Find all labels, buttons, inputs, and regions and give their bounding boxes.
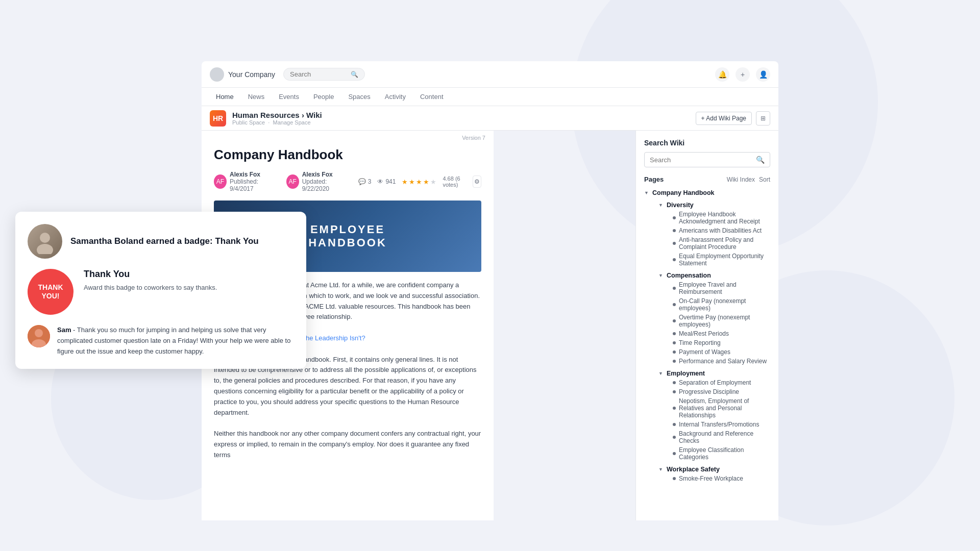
wiki-index-button[interactable]: Wiki Index — [727, 176, 755, 183]
user-avatar-icon[interactable]: 👤 — [756, 67, 770, 82]
wiki-search-title: Search Wiki — [644, 139, 770, 147]
bullet-icon — [673, 390, 676, 393]
caret-icon: ▼ — [644, 190, 650, 195]
sort-button[interactable]: Sort — [759, 176, 770, 183]
list-item[interactable]: Anti-harassment Policy and Complaint Pro… — [665, 235, 770, 252]
list-item[interactable]: Time Reporting — [665, 338, 770, 347]
logo-area: Your Company — [210, 67, 275, 82]
list-item[interactable]: Progressive Discipline — [665, 387, 770, 396]
bullet-icon — [673, 287, 676, 290]
manage-space-link[interactable]: Manage Space — [273, 119, 311, 126]
article-actions-menu[interactable]: ⚙ — [473, 176, 481, 188]
caret-icon: ▼ — [658, 203, 665, 208]
list-item[interactable]: Nepotism, Employment of Relatives and Pe… — [665, 396, 770, 420]
list-item[interactable]: Employee Classification Categories — [665, 445, 770, 462]
badge-info: Thank You Award this badge to coworkers … — [84, 269, 294, 293]
notification-title: Samantha Boland earned a badge: Thank Yo… — [70, 236, 259, 246]
tree-workplace-safety[interactable]: ▼ Workplace Safety — [658, 465, 770, 474]
tree-employment-items: Separation of Employment Progressive Dis… — [665, 378, 770, 462]
tree-company-handbook[interactable]: ▼ Company Handbook — [644, 188, 770, 197]
wiki-search-input[interactable] — [650, 156, 753, 164]
comments-stat: 💬 3 — [358, 178, 372, 185]
notifications-icon[interactable]: 🔔 — [715, 67, 729, 82]
tab-events[interactable]: Events — [273, 90, 305, 104]
author1-published: Published: 9/4/2017 — [230, 178, 278, 192]
list-item[interactable]: Payment of Wages — [665, 347, 770, 357]
badge-circle: THANK YOU! — [28, 269, 74, 315]
list-item[interactable]: Overtime Pay (nonexempt employees) — [665, 313, 770, 329]
bullet-icon — [673, 477, 676, 480]
tree-sub-employment: ▼ Employment Separation of Employment Pr… — [654, 369, 770, 462]
article-paragraph-4: Neither this handbook nor any other comp… — [214, 429, 481, 460]
list-item[interactable]: Employee Travel and Reimbursement — [665, 280, 770, 296]
list-item[interactable]: Americans with Disabilities Act — [665, 226, 770, 235]
list-item[interactable]: Performance and Salary Review — [665, 357, 770, 366]
list-item[interactable]: Meal/Rest Periods — [665, 329, 770, 338]
author1-name: Alexis Fox — [230, 171, 278, 178]
public-space-link[interactable]: Public Space — [232, 119, 265, 126]
article-stats: 💬 3 👁 941 ★ ★ ★ ★ ★ 4.68 (6 votes) ⚙ — [358, 176, 481, 188]
views-count: 941 — [385, 178, 396, 185]
list-item[interactable]: Employee Handbook Acknowledgment and Rec… — [665, 210, 770, 226]
tree-workplace-safety-items: Smoke-Free Workplace — [665, 474, 770, 483]
list-item[interactable]: Separation of Employment — [665, 378, 770, 387]
space-header-actions: + Add Wiki Page ⊞ — [696, 111, 770, 126]
tab-activity[interactable]: Activity — [379, 90, 412, 104]
search-icon: 🔍 — [351, 71, 358, 78]
global-search[interactable]: 🔍 — [283, 68, 365, 81]
wiki-search-box[interactable]: 🔍 — [644, 152, 770, 167]
pages-header: Pages Wiki Index Sort — [644, 176, 770, 183]
tab-news[interactable]: News — [242, 90, 271, 104]
notification-card: Samantha Boland earned a badge: Thank Yo… — [15, 212, 306, 369]
author2: AF Alexis Fox Updated: 9/22/2020 — [286, 171, 350, 192]
bullet-icon — [673, 423, 676, 426]
tree-employment[interactable]: ▼ Employment — [658, 369, 770, 378]
caret-icon: ▼ — [658, 467, 665, 472]
layout-toggle-button[interactable]: ⊞ — [756, 111, 770, 126]
bullet-icon — [673, 332, 676, 335]
caret-icon: ▼ — [658, 273, 665, 278]
space-title-area: Human Resources › Wiki Public Space · Ma… — [232, 111, 322, 126]
tab-people[interactable]: People — [307, 90, 340, 104]
tab-home[interactable]: Home — [210, 90, 240, 104]
add-wiki-page-button[interactable]: + Add Wiki Page — [696, 112, 752, 125]
global-search-input[interactable] — [290, 70, 348, 78]
pages-actions: Wiki Index Sort — [727, 176, 770, 183]
tab-content[interactable]: Content — [414, 90, 450, 104]
tree-sub-diversity: ▼ Diversity Employee Handbook Acknowledg… — [654, 201, 770, 268]
earned-text: earned a badge: Thank You — [146, 236, 258, 246]
wiki-search-button[interactable]: 🔍 — [756, 156, 765, 164]
tab-spaces[interactable]: Spaces — [342, 90, 376, 104]
author1-info: Alexis Fox Published: 9/4/2017 — [230, 171, 278, 192]
comments-count: 3 — [368, 178, 372, 185]
company-name: Your Company — [228, 70, 275, 79]
star-3: ★ — [416, 178, 422, 186]
views-stat: 👁 941 — [377, 178, 396, 185]
bullet-icon — [673, 407, 676, 410]
space-title: Human Resources › Wiki — [232, 111, 322, 119]
tree-diversity[interactable]: ▼ Diversity — [658, 201, 770, 210]
bullet-icon — [673, 341, 676, 344]
space-icon-text: HR — [213, 114, 223, 122]
notifier-name: Samantha Boland — [70, 236, 144, 246]
bullet-icon — [673, 436, 676, 439]
author2-info: Alexis Fox Updated: 9/22/2020 — [302, 171, 350, 192]
bullet-icon — [673, 452, 676, 455]
rating-stars[interactable]: ★ ★ ★ ★ ★ — [402, 178, 436, 186]
list-item[interactable]: Internal Transfers/Promotions — [665, 420, 770, 429]
list-item[interactable]: On-Call Pay (nonexempt employees) — [665, 296, 770, 313]
svg-point-0 — [40, 233, 50, 243]
notification-header: Samantha Boland earned a badge: Thank Yo… — [28, 224, 294, 259]
list-item[interactable]: Smoke-Free Workplace — [665, 474, 770, 483]
list-item[interactable]: Background and Reference Checks — [665, 429, 770, 445]
comment-author: Sam — [57, 326, 71, 334]
author1: AF Alexis Fox Published: 9/4/2017 — [214, 171, 278, 192]
bullet-icon — [673, 258, 676, 261]
tree-compensation[interactable]: ▼ Compensation — [658, 271, 770, 280]
add-icon[interactable]: + — [736, 67, 750, 82]
list-item[interactable]: Equal Employment Opportunity Statement — [665, 252, 770, 268]
hero-text: EMPLOYEEHANDBOOK — [308, 223, 387, 249]
comment-icon: 💬 — [358, 178, 366, 185]
article-title: Company Handbook — [202, 141, 494, 171]
bullet-icon — [673, 319, 676, 322]
